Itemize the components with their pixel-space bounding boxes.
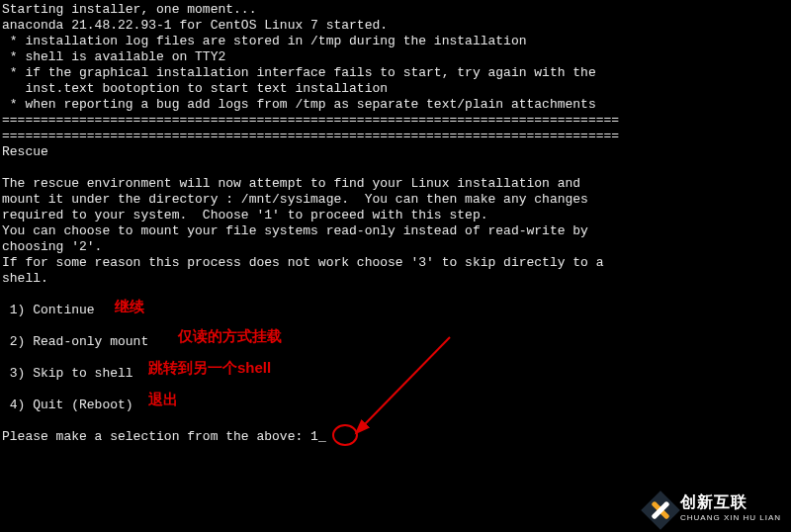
- line: * if the graphical installation interfac…: [2, 65, 596, 80]
- menu-option-3: 3) Skip to shell: [2, 366, 133, 381]
- line: anaconda 21.48.22.93-1 for CentOS Linux …: [2, 18, 388, 33]
- user-input[interactable]: 1: [310, 429, 318, 444]
- section-title: Rescue: [2, 144, 48, 159]
- annotation-continue: 继续: [115, 299, 144, 314]
- line: * installation log files are stored in /…: [2, 34, 527, 48]
- cursor: _: [318, 429, 326, 445]
- line: required to your system. Choose '1' to p…: [2, 208, 487, 222]
- annotation-skip: 跳转到另一个shell: [148, 360, 271, 376]
- terminal-output: Starting installer, one moment... anacon…: [0, 0, 791, 447]
- prompt-line[interactable]: Please make a selection from the above: …: [2, 429, 326, 444]
- line: If for some reason this process does not…: [2, 255, 604, 270]
- watermark-logo-icon: [647, 496, 674, 524]
- annotation-readonly: 仅读的方式挂载: [178, 328, 282, 344]
- watermark-pinyin: CHUANG XIN HU LIAN: [680, 510, 781, 526]
- watermark: 创新互联 CHUANG XIN HU LIAN: [647, 494, 781, 526]
- line: You can choose to mount your file system…: [2, 223, 588, 238]
- line: The rescue environment will now attempt …: [2, 176, 580, 191]
- line: Starting installer, one moment...: [2, 2, 256, 17]
- line: choosing '2'.: [2, 239, 102, 254]
- line: inst.text bootoption to start text insta…: [2, 81, 388, 96]
- separator: ========================================…: [2, 113, 619, 128]
- watermark-cn: 创新互联: [680, 494, 781, 510]
- annotation-quit: 退出: [148, 392, 178, 407]
- menu-option-2: 2) Read-only mount: [2, 334, 148, 349]
- line: mount it under the directory : /mnt/sysi…: [2, 192, 588, 207]
- menu-option-1: 1) Continue: [2, 303, 95, 317]
- line: shell.: [2, 271, 48, 286]
- line: * when reporting a bug add logs from /tm…: [2, 97, 596, 112]
- separator: ========================================…: [2, 129, 619, 143]
- menu-option-4: 4) Quit (Reboot): [2, 398, 133, 412]
- line: * shell is available on TTY2: [2, 49, 225, 64]
- prompt-label: Please make a selection from the above:: [2, 429, 310, 444]
- watermark-text: 创新互联 CHUANG XIN HU LIAN: [680, 494, 781, 526]
- highlight-circle: [332, 424, 358, 446]
